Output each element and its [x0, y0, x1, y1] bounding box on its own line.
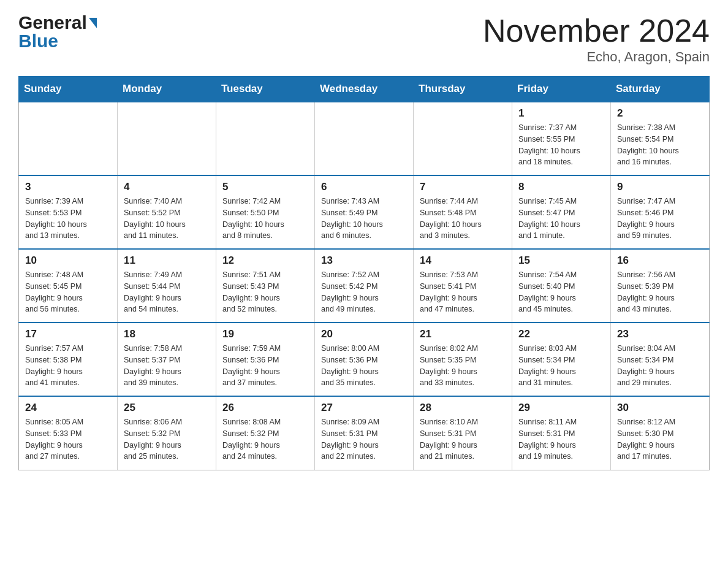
day-info: Sunrise: 7:43 AMSunset: 5:49 PMDaylight:… [321, 196, 407, 242]
weekday-header-saturday: Saturday [611, 77, 710, 102]
day-number: 8 [518, 181, 604, 193]
day-number: 2 [617, 107, 703, 120]
weekday-header-row: SundayMondayTuesdayWednesdayThursdayFrid… [19, 77, 710, 102]
day-info: Sunrise: 7:42 AMSunset: 5:50 PMDaylight:… [222, 196, 308, 242]
day-number: 6 [321, 181, 407, 193]
calendar-cell: 30Sunrise: 8:12 AMSunset: 5:30 PMDayligh… [611, 396, 710, 470]
month-title: November 2024 [483, 12, 710, 49]
day-info: Sunrise: 7:44 AMSunset: 5:48 PMDaylight:… [420, 196, 506, 242]
logo: General Blue [18, 12, 97, 52]
day-number: 21 [420, 328, 506, 340]
calendar-cell: 8Sunrise: 7:45 AMSunset: 5:47 PMDaylight… [512, 175, 611, 249]
day-info: Sunrise: 7:59 AMSunset: 5:36 PMDaylight:… [222, 343, 308, 389]
day-number: 30 [617, 402, 703, 414]
page-header: General Blue November 2024 Echo, Aragon,… [18, 12, 710, 65]
day-info: Sunrise: 8:03 AMSunset: 5:34 PMDaylight:… [518, 343, 604, 389]
day-info: Sunrise: 8:08 AMSunset: 5:32 PMDaylight:… [222, 416, 308, 462]
calendar-cell: 29Sunrise: 8:11 AMSunset: 5:31 PMDayligh… [512, 396, 611, 470]
calendar-cell: 20Sunrise: 8:00 AMSunset: 5:36 PMDayligh… [315, 323, 414, 396]
day-number: 15 [518, 255, 604, 267]
day-number: 11 [124, 255, 210, 267]
calendar-cell: 16Sunrise: 7:56 AMSunset: 5:39 PMDayligh… [611, 249, 710, 323]
day-number: 1 [518, 107, 604, 120]
calendar-cell: 28Sunrise: 8:10 AMSunset: 5:31 PMDayligh… [414, 396, 512, 470]
calendar-week-row: 17Sunrise: 7:57 AMSunset: 5:38 PMDayligh… [19, 323, 710, 396]
day-info: Sunrise: 8:05 AMSunset: 5:33 PMDaylight:… [25, 416, 111, 462]
day-number: 7 [420, 181, 506, 193]
day-info: Sunrise: 7:49 AMSunset: 5:44 PMDaylight:… [124, 269, 210, 315]
calendar-cell: 3Sunrise: 7:39 AMSunset: 5:53 PMDaylight… [19, 175, 118, 249]
logo-general-text: General [18, 12, 87, 33]
day-info: Sunrise: 8:12 AMSunset: 5:30 PMDaylight:… [617, 416, 703, 462]
day-number: 9 [617, 181, 703, 193]
logo-blue-text: Blue [18, 31, 58, 52]
day-number: 28 [420, 402, 506, 414]
day-info: Sunrise: 7:37 AMSunset: 5:55 PMDaylight:… [518, 122, 604, 168]
day-info: Sunrise: 8:09 AMSunset: 5:31 PMDaylight:… [321, 416, 407, 462]
calendar-cell: 9Sunrise: 7:47 AMSunset: 5:46 PMDaylight… [611, 175, 710, 249]
day-number: 16 [617, 255, 703, 267]
day-number: 13 [321, 255, 407, 267]
day-number: 14 [420, 255, 506, 267]
calendar-cell: 5Sunrise: 7:42 AMSunset: 5:50 PMDaylight… [216, 175, 315, 249]
weekday-header-sunday: Sunday [19, 77, 118, 102]
weekday-header-friday: Friday [512, 77, 611, 102]
calendar-cell: 12Sunrise: 7:51 AMSunset: 5:43 PMDayligh… [216, 249, 315, 323]
day-number: 12 [222, 255, 308, 267]
day-info: Sunrise: 8:02 AMSunset: 5:35 PMDaylight:… [420, 343, 506, 389]
calendar-cell: 15Sunrise: 7:54 AMSunset: 5:40 PMDayligh… [512, 249, 611, 323]
calendar-cell: 27Sunrise: 8:09 AMSunset: 5:31 PMDayligh… [315, 396, 414, 470]
day-info: Sunrise: 8:11 AMSunset: 5:31 PMDaylight:… [518, 416, 604, 462]
calendar-cell: 2Sunrise: 7:38 AMSunset: 5:54 PMDaylight… [611, 102, 710, 175]
day-number: 23 [617, 328, 703, 340]
day-number: 20 [321, 328, 407, 340]
day-info: Sunrise: 7:54 AMSunset: 5:40 PMDaylight:… [518, 269, 604, 315]
day-info: Sunrise: 7:58 AMSunset: 5:37 PMDaylight:… [124, 343, 210, 389]
day-number: 22 [518, 328, 604, 340]
calendar-cell [118, 102, 216, 175]
weekday-header-monday: Monday [118, 77, 216, 102]
day-info: Sunrise: 7:56 AMSunset: 5:39 PMDaylight:… [617, 269, 703, 315]
day-number: 26 [222, 402, 308, 414]
day-number: 3 [25, 181, 111, 193]
calendar-cell [315, 102, 414, 175]
day-info: Sunrise: 7:52 AMSunset: 5:42 PMDaylight:… [321, 269, 407, 315]
calendar-cell: 17Sunrise: 7:57 AMSunset: 5:38 PMDayligh… [19, 323, 118, 396]
calendar-week-row: 3Sunrise: 7:39 AMSunset: 5:53 PMDaylight… [19, 175, 710, 249]
day-number: 4 [124, 181, 210, 193]
calendar-cell: 22Sunrise: 8:03 AMSunset: 5:34 PMDayligh… [512, 323, 611, 396]
day-info: Sunrise: 8:04 AMSunset: 5:34 PMDaylight:… [617, 343, 703, 389]
weekday-header-thursday: Thursday [414, 77, 512, 102]
day-info: Sunrise: 7:47 AMSunset: 5:46 PMDaylight:… [617, 196, 703, 242]
day-info: Sunrise: 8:00 AMSunset: 5:36 PMDaylight:… [321, 343, 407, 389]
calendar-week-row: 10Sunrise: 7:48 AMSunset: 5:45 PMDayligh… [19, 249, 710, 323]
day-number: 18 [124, 328, 210, 340]
day-number: 10 [25, 255, 111, 267]
day-info: Sunrise: 7:53 AMSunset: 5:41 PMDaylight:… [420, 269, 506, 315]
calendar-cell [414, 102, 512, 175]
day-info: Sunrise: 8:06 AMSunset: 5:32 PMDaylight:… [124, 416, 210, 462]
calendar-cell: 11Sunrise: 7:49 AMSunset: 5:44 PMDayligh… [118, 249, 216, 323]
day-info: Sunrise: 7:57 AMSunset: 5:38 PMDaylight:… [25, 343, 111, 389]
day-number: 27 [321, 402, 407, 414]
calendar-cell: 23Sunrise: 8:04 AMSunset: 5:34 PMDayligh… [611, 323, 710, 396]
day-number: 17 [25, 328, 111, 340]
calendar-cell: 21Sunrise: 8:02 AMSunset: 5:35 PMDayligh… [414, 323, 512, 396]
calendar-cell: 19Sunrise: 7:59 AMSunset: 5:36 PMDayligh… [216, 323, 315, 396]
location: Echo, Aragon, Spain [483, 49, 710, 65]
day-info: Sunrise: 7:48 AMSunset: 5:45 PMDaylight:… [25, 269, 111, 315]
calendar-cell: 18Sunrise: 7:58 AMSunset: 5:37 PMDayligh… [118, 323, 216, 396]
calendar-cell: 24Sunrise: 8:05 AMSunset: 5:33 PMDayligh… [19, 396, 118, 470]
title-area: November 2024 Echo, Aragon, Spain [483, 12, 710, 65]
weekday-header-wednesday: Wednesday [315, 77, 414, 102]
calendar-cell: 25Sunrise: 8:06 AMSunset: 5:32 PMDayligh… [118, 396, 216, 470]
calendar-cell: 13Sunrise: 7:52 AMSunset: 5:42 PMDayligh… [315, 249, 414, 323]
day-info: Sunrise: 7:39 AMSunset: 5:53 PMDaylight:… [25, 196, 111, 242]
calendar-cell: 10Sunrise: 7:48 AMSunset: 5:45 PMDayligh… [19, 249, 118, 323]
calendar-week-row: 1Sunrise: 7:37 AMSunset: 5:55 PMDaylight… [19, 102, 710, 175]
calendar-cell [19, 102, 118, 175]
day-info: Sunrise: 7:51 AMSunset: 5:43 PMDaylight:… [222, 269, 308, 315]
calendar-week-row: 24Sunrise: 8:05 AMSunset: 5:33 PMDayligh… [19, 396, 710, 470]
day-info: Sunrise: 7:38 AMSunset: 5:54 PMDaylight:… [617, 122, 703, 168]
logo-triangle-icon [89, 18, 97, 28]
